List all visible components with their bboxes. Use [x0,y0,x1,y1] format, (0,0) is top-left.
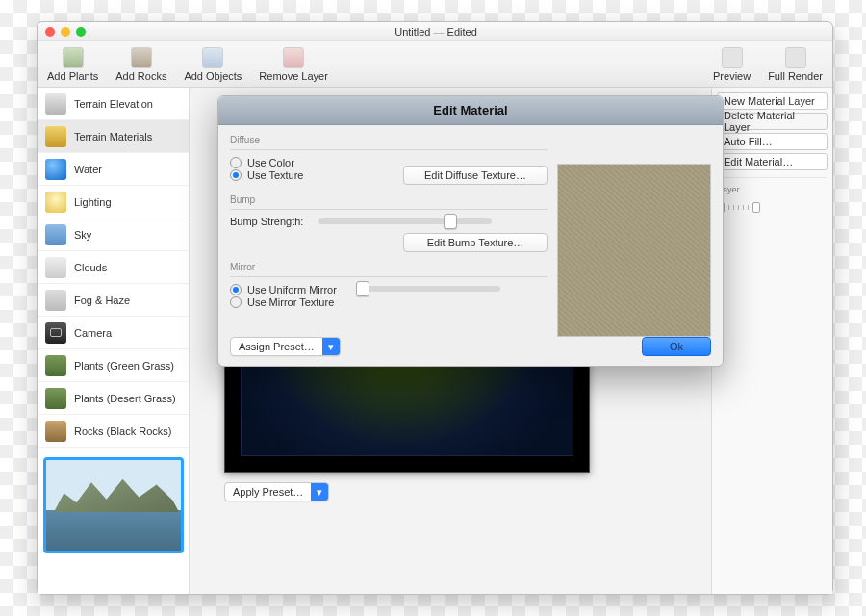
edit-material-dialog: Edit Material Diffuse Use Color Use Text… [217,95,724,367]
sidebar-item-camera[interactable]: Camera [38,317,189,349]
sidebar-item-label: Terrain Materials [74,131,152,142]
layer-section-label: Layer [718,177,827,194]
add-objects-label: Add Objects [184,70,242,82]
close-icon[interactable] [45,27,55,37]
sidebar-icon [45,126,66,147]
mirror-legend: Mirror [230,262,548,272]
diffuse-legend: Diffuse [230,135,548,145]
sidebar-item-lighting[interactable]: Lighting [38,186,189,218]
sidebar-item-plants-green-grass-[interactable]: Plants (Green Grass) [38,349,189,382]
sidebar-icon [45,257,66,278]
traffic-lights [45,27,86,37]
window-title: Untitled — Edited [86,26,786,38]
sidebar-item-label: Terrain Elevation [74,98,153,110]
sidebar-icon [45,93,66,115]
titlebar: Untitled — Edited [38,22,832,41]
sidebar-icon [45,388,66,409]
full-render-button[interactable]: Full Render [768,47,823,82]
sidebar-item-label: Water [74,164,102,175]
ok-label: Ok [670,341,683,352]
sidebar-item-sky[interactable]: Sky [38,218,189,251]
sidebar-icon [45,224,66,245]
apply-preset-select[interactable]: Apply Preset… ▾ [224,482,329,501]
sidebar-icon [45,159,66,180]
preview-button[interactable]: Preview [713,47,751,82]
thumbnail-strip [38,448,189,563]
sidebar-item-terrain-materials[interactable]: Terrain Materials [38,120,189,153]
remove-layer-label: Remove Layer [259,70,328,82]
sidebar-item-plants-desert-grass-[interactable]: Plants (Desert Grass) [38,382,189,415]
chevron-down-icon: ▾ [322,338,340,355]
sidebar-item-label: Clouds [74,262,107,273]
diffuse-use-color-label: Use Color [247,157,294,168]
diffuse-use-texture-label: Use Texture [247,169,304,181]
remove-icon [283,47,304,68]
sidebar-item-label: Sky [74,229,91,241]
edit-bump-texture-button[interactable]: Edit Bump Texture… [403,233,548,252]
auto-fill-select[interactable]: Auto Fill… [717,133,828,150]
add-objects-button[interactable]: Add Objects [184,47,242,82]
toolbar: Add Plants Add Rocks Add Objects Remove … [38,41,832,88]
new-material-layer-button[interactable]: New Material Layer [717,92,828,110]
sidebar-icon [45,290,66,311]
mirror-texture-label: Use Mirror Texture [247,296,334,308]
sidebar-item-fog-haze[interactable]: Fog & Haze [38,284,189,317]
dialog-title: Edit Material [218,96,723,125]
preview-icon [722,47,743,68]
assign-preset-label: Assign Preset… [239,341,315,352]
bump-strength-label: Bump Strength: [230,216,303,227]
slider-knob-icon[interactable] [752,202,760,213]
new-layer-label: New Material Layer [724,95,815,107]
edited-label: Edited [447,26,477,38]
sidebar-item-label: Lighting [74,196,112,208]
slider-knob-icon[interactable] [444,214,457,229]
sidebar-item-label: Fog & Haze [74,295,130,306]
sidebar-item-label: Plants (Desert Grass) [74,393,176,404]
edit-bump-label: Edit Bump Texture… [427,237,524,248]
diffuse-use-color-radio[interactable] [230,157,242,168]
bump-legend: Bump [230,194,548,205]
zoom-icon[interactable] [76,27,86,37]
edit-diffuse-texture-button[interactable]: Edit Diffuse Texture… [403,166,548,185]
sidebar-item-label: Plants (Green Grass) [74,360,174,372]
edit-diffuse-label: Edit Diffuse Texture… [424,169,526,181]
add-plants-button[interactable]: Add Plants [47,47,98,82]
sidebar-item-rocks-black-rocks-[interactable]: Rocks (Black Rocks) [38,415,189,448]
sidebar: Terrain ElevationTerrain MaterialsWaterL… [38,88,190,594]
sidebar-icon [45,421,66,442]
material-thumbnail[interactable] [43,457,184,553]
minimize-icon[interactable] [61,27,70,37]
sidebar-item-label: Rocks (Black Rocks) [74,425,171,437]
mirror-uniform-slider[interactable] [356,286,500,292]
sidebar-item-clouds[interactable]: Clouds [38,251,189,284]
edit-material-button[interactable]: Edit Material… [717,153,828,170]
sidebar-item-label: Camera [74,327,112,339]
title-edited: — Edited [434,26,477,38]
bump-strength-slider[interactable] [318,218,492,224]
assign-preset-select[interactable]: Assign Preset… ▾ [230,337,341,356]
mirror-uniform-label: Use Uniform Mirror [247,284,337,295]
auto-fill-label: Auto Fill… [724,136,773,147]
mirror-use-texture-radio[interactable] [230,296,242,308]
full-render-label: Full Render [768,70,823,82]
right-panel: New Material Layer Delete Material Layer… [711,88,832,594]
add-rocks-button[interactable]: Add Rocks [115,47,166,82]
sidebar-item-terrain-elevation[interactable]: Terrain Elevation [38,88,189,120]
add-rocks-label: Add Rocks [115,70,166,82]
ok-button[interactable]: Ok [642,337,711,356]
remove-layer-button[interactable]: Remove Layer [259,47,328,82]
render-icon [785,47,806,68]
add-plants-label: Add Plants [47,70,98,82]
plant-icon [63,47,84,68]
mirror-use-uniform-radio[interactable] [230,284,242,295]
slider-knob-icon[interactable] [356,281,369,296]
sidebar-icon [45,322,66,344]
sidebar-item-water[interactable]: Water [38,153,189,186]
diffuse-use-texture-radio[interactable] [230,169,242,181]
sidebar-icon [45,192,66,213]
chevron-down-icon: ▾ [311,483,328,500]
dialog-form: Diffuse Use Color Use Texture Edit Diffu… [230,135,548,309]
layer-range-slider[interactable] [717,201,828,213]
objects-icon [202,47,223,68]
delete-layer-label: Delete Material Layer [724,110,821,133]
